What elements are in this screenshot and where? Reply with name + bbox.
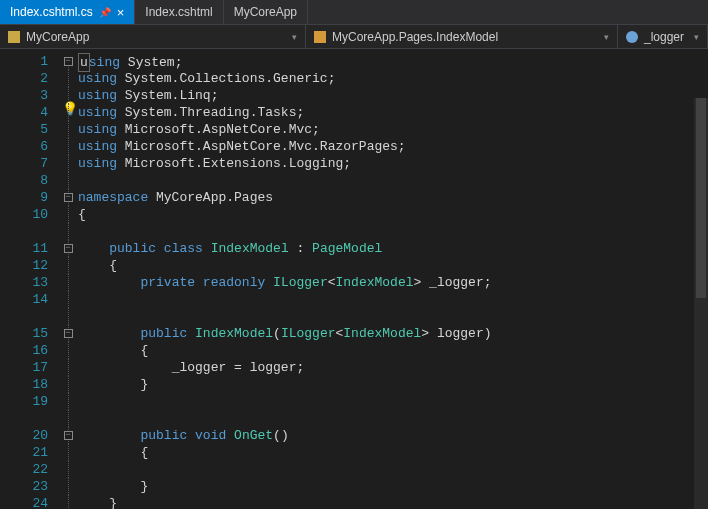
nav-project-label: MyCoreApp [26,30,89,44]
nav-member-label: _logger [644,30,684,44]
tab-index-cshtml[interactable]: Index.cshtml [135,0,223,24]
fold-toggle-icon: − [64,244,73,253]
fold-cell [58,155,78,172]
fold-cell [58,257,78,274]
fold-cell [58,308,78,325]
code-line[interactable]: { [78,206,708,223]
line-number: 19 [0,393,48,410]
code-line[interactable]: using Microsoft.AspNetCore.Mvc; [78,121,708,138]
fold-cell [58,274,78,291]
code-line[interactable]: } [78,376,708,393]
fold-cell [58,87,78,104]
code-line[interactable] [78,308,708,325]
line-number: 1 [0,53,48,70]
code-line[interactable]: using Microsoft.Extensions.Logging; [78,155,708,172]
code-line[interactable] [78,291,708,308]
tab-label: Index.cshtml.cs [10,5,93,19]
fold-cell[interactable]: − [58,240,78,257]
line-number: 15 [0,325,48,342]
code-line[interactable] [78,410,708,427]
code-line[interactable]: private readonly ILogger<IndexModel> _lo… [78,274,708,291]
fold-column: −−−−− [58,49,78,509]
code-line[interactable]: using System.Collections.Generic; [78,70,708,87]
fold-cell [58,342,78,359]
code-line[interactable]: } [78,478,708,495]
line-number: 9 [0,189,48,206]
fold-cell [58,410,78,427]
nav-class-label: MyCoreApp.Pages.IndexModel [332,30,498,44]
fold-cell [58,291,78,308]
code-line[interactable]: } [78,495,708,509]
line-number: 21 [0,444,48,461]
tab-index-cs[interactable]: Index.cshtml.cs 📌 × [0,0,135,24]
fold-cell [58,444,78,461]
line-number: 3 [0,87,48,104]
line-number [0,410,48,427]
fold-cell [58,359,78,376]
chevron-down-icon: ▾ [292,32,297,42]
line-number: 14 [0,291,48,308]
code-line[interactable]: { [78,444,708,461]
fold-cell[interactable]: − [58,427,78,444]
code-editor[interactable]: 💡 12345678910111213141516171819202122232… [0,49,708,509]
code-line[interactable]: _logger = logger; [78,359,708,376]
code-line[interactable]: using Microsoft.AspNetCore.Mvc.RazorPage… [78,138,708,155]
tab-label: Index.cshtml [145,5,212,19]
scrollbar-thumb[interactable] [696,98,706,298]
line-number: 18 [0,376,48,393]
line-number: 5 [0,121,48,138]
fold-cell [58,393,78,410]
close-icon[interactable]: × [117,6,125,19]
code-line[interactable] [78,223,708,240]
fold-cell [58,172,78,189]
line-number [0,308,48,325]
fold-cell[interactable]: − [58,325,78,342]
nav-project-dropdown[interactable]: MyCoreApp ▾ [0,25,306,48]
tab-label: MyCoreApp [234,5,297,19]
line-number: 11 [0,240,48,257]
line-number: 12 [0,257,48,274]
line-number-gutter: 1234567891011121314151617181920212223242… [0,49,58,509]
nav-class-dropdown[interactable]: MyCoreApp.Pages.IndexModel ▾ [306,25,618,48]
fold-cell[interactable]: − [58,189,78,206]
line-number: 2 [0,70,48,87]
fold-toggle-icon: − [64,431,73,440]
nav-bar: MyCoreApp ▾ MyCoreApp.Pages.IndexModel ▾… [0,25,708,49]
code-body[interactable]: using System;using System.Collections.Ge… [78,49,708,509]
chevron-down-icon: ▾ [604,32,609,42]
line-number: 13 [0,274,48,291]
code-line[interactable] [78,393,708,410]
line-number: 10 [0,206,48,223]
line-number: 4 [0,104,48,121]
tab-mycoreapp[interactable]: MyCoreApp [224,0,308,24]
fold-cell [58,104,78,121]
pin-icon[interactable]: 📌 [99,7,111,18]
class-icon [314,31,326,43]
fold-toggle-icon: − [64,57,73,66]
vertical-scrollbar[interactable] [694,98,708,509]
fold-toggle-icon: − [64,193,73,202]
code-line[interactable]: namespace MyCoreApp.Pages [78,189,708,206]
fold-cell [58,138,78,155]
line-number: 6 [0,138,48,155]
code-line[interactable]: using System.Linq; [78,87,708,104]
code-line[interactable] [78,172,708,189]
code-line[interactable]: public class IndexModel : PageModel [78,240,708,257]
fold-cell [58,495,78,509]
fold-cell[interactable]: − [58,53,78,70]
fold-cell [58,461,78,478]
nav-member-dropdown[interactable]: _logger ▾ [618,25,708,48]
line-number [0,223,48,240]
code-line[interactable]: { [78,342,708,359]
code-line[interactable] [78,461,708,478]
code-line[interactable]: using System; [78,53,708,70]
line-number: 22 [0,461,48,478]
line-number: 7 [0,155,48,172]
fold-cell [58,376,78,393]
code-line[interactable]: using System.Threading.Tasks; [78,104,708,121]
chevron-down-icon: ▾ [694,32,699,42]
code-line[interactable]: public IndexModel(ILogger<IndexModel> lo… [78,325,708,342]
code-line[interactable]: public void OnGet() [78,427,708,444]
csharp-project-icon [8,31,20,43]
code-line[interactable]: { [78,257,708,274]
